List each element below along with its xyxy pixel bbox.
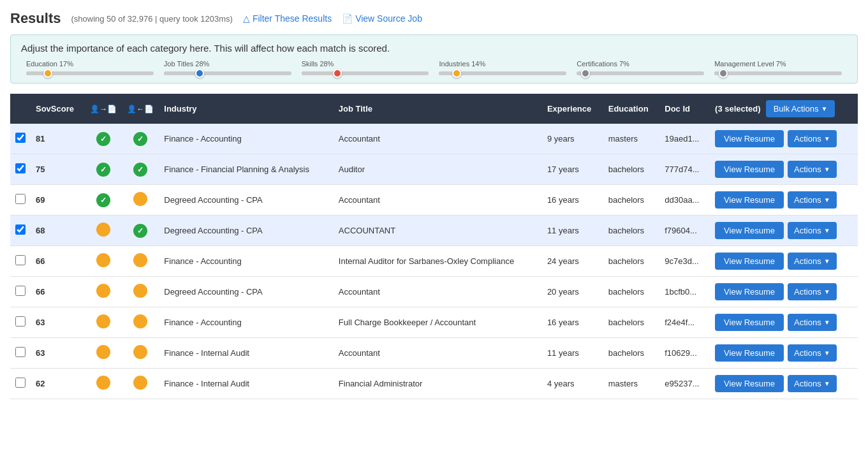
view-resume-button[interactable]: View Resume (715, 222, 784, 239)
row-checkbox[interactable] (15, 133, 26, 143)
actions-cell: View ResumeActions▼ (710, 338, 858, 369)
green-check-icon: ✓ (133, 163, 147, 177)
doc-id-cell: 19aed1... (659, 124, 710, 154)
action-buttons: View ResumeActions▼ (715, 161, 853, 178)
slider-track-2[interactable] (302, 71, 429, 75)
slider-track-3[interactable] (439, 71, 566, 75)
filter-results-link[interactable]: △ Filter These Results (243, 13, 332, 24)
slider-track-5[interactable] (714, 71, 842, 75)
view-resume-button[interactable]: View Resume (715, 253, 784, 270)
actions-button[interactable]: Actions▼ (788, 375, 837, 392)
job-title-cell: Accountant (334, 185, 542, 216)
industry-cell: Degreed Accounting - CPA (159, 185, 334, 216)
actions-button[interactable]: Actions▼ (788, 314, 837, 331)
slider-track-4[interactable] (577, 71, 704, 75)
view-resume-button[interactable]: View Resume (715, 191, 784, 209)
actions-caret-icon: ▼ (824, 319, 830, 326)
actions-cell: View ResumeActions▼ (710, 277, 858, 307)
row-checkbox-cell (10, 246, 31, 277)
slider-track-0[interactable] (26, 71, 154, 75)
match2-cell (122, 338, 159, 369)
row-checkbox-cell (10, 307, 31, 338)
th-bulk-actions: (3 selected) Bulk Actions ▼ (710, 94, 858, 124)
match1-cell: ✓ (85, 154, 122, 185)
slider-thumb-1[interactable] (195, 69, 204, 78)
table-row: 66Finance - AccountingInternal Auditor f… (10, 246, 858, 277)
industry-cell: Degreed Accounting - CPA (159, 216, 334, 246)
actions-button[interactable]: Actions▼ (788, 191, 837, 209)
view-source-job-link[interactable]: 📄 View Source Job (342, 13, 422, 24)
match2-cell: ✓ (122, 154, 159, 185)
action-buttons: View ResumeActions▼ (715, 222, 853, 239)
banner-title: Adjust the importance of each category h… (21, 43, 847, 54)
view-resume-button[interactable]: View Resume (715, 283, 784, 300)
industry-cell: Degreed Accounting - CPA (159, 277, 334, 307)
actions-cell: View ResumeActions▼ (710, 307, 858, 338)
education-cell: bachelors (603, 307, 660, 338)
slider-thumb-5[interactable] (719, 69, 728, 78)
slider-thumb-2[interactable] (333, 69, 342, 78)
slider-group-2: Skills 28% (297, 60, 434, 75)
match1-cell: ✓ (85, 185, 122, 216)
table-row: 75✓✓Finance - Financial Planning & Analy… (10, 154, 858, 185)
actions-button[interactable]: Actions▼ (788, 253, 837, 270)
row-checkbox[interactable] (15, 255, 26, 265)
row-checkbox[interactable] (15, 378, 26, 388)
green-check-icon: ✓ (96, 193, 110, 207)
match1-cell: ✓ (85, 124, 122, 154)
actions-caret-icon: ▼ (824, 288, 830, 295)
match2-cell: ✓ (122, 124, 159, 154)
actions-cell: View ResumeActions▼ (710, 246, 858, 277)
row-checkbox[interactable] (15, 286, 26, 296)
row-checkbox[interactable] (15, 316, 26, 327)
view-resume-button[interactable]: View Resume (715, 375, 784, 392)
score-cell: 66 (31, 277, 85, 307)
slider-thumb-3[interactable] (452, 69, 461, 78)
row-checkbox[interactable] (15, 347, 26, 357)
experience-cell: 16 years (542, 307, 603, 338)
row-checkbox-cell (10, 369, 31, 399)
doc-id-cell: e95237... (659, 369, 710, 399)
page-title: Results (10, 10, 61, 27)
actions-button[interactable]: Actions▼ (788, 161, 837, 178)
education-cell: masters (603, 369, 660, 399)
row-checkbox-cell (10, 338, 31, 369)
bulk-actions-button[interactable]: Bulk Actions ▼ (766, 100, 835, 117)
th-to-resume: 👤→📄 (85, 94, 122, 124)
experience-cell: 4 years (542, 369, 603, 399)
row-checkbox-cell (10, 124, 31, 154)
row-checkbox[interactable] (15, 194, 26, 204)
match1-cell (85, 338, 122, 369)
view-resume-button[interactable]: View Resume (715, 344, 784, 362)
slider-group-4: Certifications 7% (571, 60, 709, 75)
action-buttons: View ResumeActions▼ (715, 191, 853, 209)
slider-label-4: Certifications 7% (577, 60, 704, 68)
view-resume-button[interactable]: View Resume (715, 314, 784, 331)
score-cell: 69 (31, 185, 85, 216)
education-cell: bachelors (603, 154, 660, 185)
view-resume-button[interactable]: View Resume (715, 130, 784, 147)
row-checkbox-cell (10, 154, 31, 185)
job-title-cell: ACCOUNTANT (334, 216, 542, 246)
slider-thumb-0[interactable] (43, 69, 52, 78)
actions-button[interactable]: Actions▼ (788, 130, 837, 147)
match2-cell: ✓ (122, 216, 159, 246)
slider-track-1[interactable] (164, 71, 291, 75)
score-cell: 63 (31, 338, 85, 369)
score-cell: 62 (31, 369, 85, 399)
actions-button[interactable]: Actions▼ (788, 283, 837, 300)
filter-icon: △ (243, 13, 250, 24)
table-row: 63Finance - AccountingFull Charge Bookke… (10, 307, 858, 338)
slider-label-2: Skills 28% (302, 60, 429, 68)
actions-button[interactable]: Actions▼ (788, 344, 837, 362)
slider-thumb-4[interactable] (581, 69, 590, 78)
view-resume-button[interactable]: View Resume (715, 161, 784, 178)
education-cell: bachelors (603, 338, 660, 369)
row-checkbox[interactable] (15, 224, 26, 235)
category-banner: Adjust the importance of each category h… (10, 34, 858, 84)
industry-cell: Finance - Accounting (159, 124, 334, 154)
slider-group-5: Management Level 7% (709, 60, 847, 75)
actions-button[interactable]: Actions▼ (788, 222, 837, 239)
row-checkbox[interactable] (15, 163, 26, 173)
education-cell: bachelors (603, 216, 660, 246)
